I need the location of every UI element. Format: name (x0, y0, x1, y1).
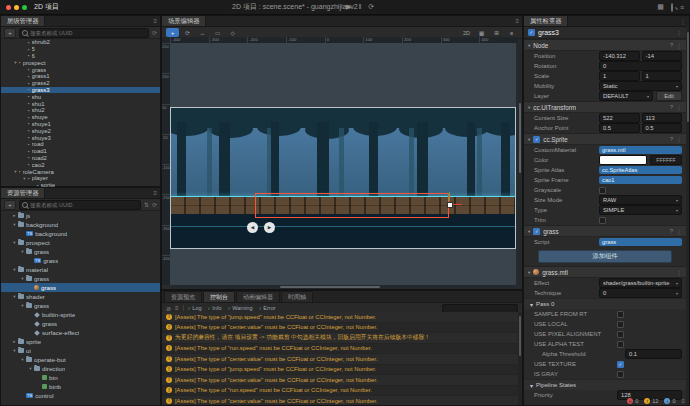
console-tab-时间轴[interactable]: 时间轴 (281, 291, 313, 302)
2d-3d-toggle[interactable]: 2D (460, 28, 473, 37)
collapse-arrow-icon[interactable]: ▾ (530, 382, 533, 389)
console-message[interactable]: ![Assets] The type of "center.value" mus… (162, 323, 518, 334)
layer-edit-button[interactable]: Edit (656, 91, 682, 101)
asset-item-background[interactable]: TSbackground (1, 229, 160, 238)
hierarchy-item-roleCamera[interactable]: ▾▪roleCamera (1, 168, 160, 175)
console-message[interactable]: !为更好的兼容性，请在 项目设置 -> 功能裁剪 中勾选相关模块，旧版启用开关将… (162, 333, 518, 344)
scrollbar-thumb[interactable] (519, 103, 521, 173)
rotation-field[interactable]: 0 (599, 61, 682, 71)
menu-icon[interactable]: ≡ (680, 4, 684, 11)
tab-hierarchy[interactable]: 层级管理器 (1, 16, 45, 26)
tab-scene[interactable]: 场景编辑器 (162, 16, 206, 26)
collapse-arrow-icon[interactable]: ▾ (528, 43, 530, 48)
scale-y-field[interactable]: 1 (642, 71, 683, 81)
hierarchy-item-shu2[interactable]: ▪shu2 (1, 107, 160, 114)
console-message[interactable]: ![Assets] The type of "run.speed" must b… (162, 344, 518, 355)
asset-item-grass[interactable]: ▾grass (1, 247, 160, 256)
rotate-tool-icon[interactable]: ⟳ (181, 28, 194, 37)
console-message[interactable]: ![Assets] The type of "center.value" mus… (162, 396, 518, 405)
scene-vertical-scrollbar[interactable] (518, 43, 522, 285)
console-filter-log[interactable]: ✓Log (188, 305, 202, 311)
sprite-atlas-ref[interactable]: cc.SpriteAtlas (599, 166, 682, 174)
script-enabled-checkbox[interactable]: ✓ (533, 228, 540, 235)
layout-grid-icon[interactable]: ▦ (657, 3, 664, 11)
content-size-w-field[interactable]: 522 (599, 113, 640, 123)
script-ref[interactable]: grass (599, 238, 682, 246)
expand-arrow-icon[interactable]: ▾ (21, 176, 28, 181)
color-hex-field[interactable]: FFFFFF (650, 155, 682, 165)
use-alpha-test-checkbox[interactable] (617, 341, 624, 348)
hierarchy-item-shuye3[interactable]: ▪shuye3 (1, 134, 160, 141)
asset-item-grass[interactable]: ▾grass (1, 301, 160, 310)
asset-item-grass[interactable]: ▾grass (1, 274, 160, 283)
hierarchy-item-shrub2[interactable]: ▪shrub2 (1, 39, 160, 46)
help-icon[interactable]: ? (670, 136, 673, 142)
expand-arrow-icon[interactable]: ▾ (19, 276, 26, 281)
technique-select[interactable]: 0▾ (599, 288, 682, 298)
console-message[interactable]: ![Assets] The type of "center.value" mus… (162, 375, 518, 386)
node-menu-icon[interactable]: ⋮ (676, 29, 682, 36)
console-tab-动画编辑器[interactable]: 动画编辑器 (236, 291, 280, 302)
view-menu-icon[interactable]: ≡ (505, 28, 518, 37)
asset-item-operate-but[interactable]: ▾operate-but (1, 355, 160, 364)
expand-arrow-icon[interactable]: ▾ (19, 357, 26, 362)
inspector-scrollbar[interactable] (686, 26, 689, 405)
sprite-frame-ref[interactable]: cao1 (599, 176, 682, 184)
expand-arrow-icon[interactable]: ▾ (11, 240, 18, 245)
help-icon[interactable]: ? (670, 104, 673, 110)
position-x-field[interactable]: -140.312 (599, 51, 640, 61)
color-swatch[interactable] (599, 155, 647, 165)
collapse-arrow-icon[interactable]: ▾ (528, 229, 530, 234)
is-gray-checkbox[interactable] (617, 371, 624, 378)
expand-arrow-icon[interactable]: ▾ (11, 267, 18, 272)
size-mode-select[interactable]: RAW▾ (599, 195, 682, 205)
asset-item-grass[interactable]: TSgrass (1, 256, 160, 265)
pass0-header[interactable]: ▾ Pass 0 (524, 298, 686, 309)
play-icon[interactable]: ▶ (346, 3, 351, 11)
window-minimize-button[interactable] (14, 5, 19, 10)
collapse-arrow-icon[interactable]: ▾ (528, 105, 530, 110)
console-scrollbar[interactable] (518, 312, 522, 405)
add-component-button[interactable]: 添加组件 (538, 250, 672, 263)
expand-arrow-icon[interactable]: ▾ (11, 294, 18, 299)
console-filter-info[interactable]: ✓Info (208, 305, 222, 311)
hierarchy-item-grass1[interactable]: ▪grass1 (1, 73, 160, 80)
status-menu-icon[interactable]: ≡ (681, 398, 685, 404)
anchor-y-field[interactable]: 0.5 (642, 123, 683, 133)
alpha-threshold-field[interactable]: 0.1 (625, 349, 682, 359)
type-select[interactable]: SIMPLE▾ (599, 205, 682, 215)
grayscale-checkbox[interactable] (599, 187, 606, 194)
hierarchy-item-5[interactable]: ▪5 (1, 46, 160, 53)
app-menu[interactable]: 2D 项目 (34, 2, 59, 12)
anchor-tool-icon[interactable]: ◇ (226, 28, 239, 37)
more-icon[interactable]: ⋮ (676, 136, 682, 143)
help-icon[interactable]: ? (670, 42, 673, 48)
hierarchy-item-grass2[interactable]: ▪grass2 (1, 80, 160, 87)
panel-menu-icon[interactable]: ≡ (515, 18, 519, 24)
selection-rect[interactable] (255, 193, 449, 218)
use-local-checkbox[interactable] (617, 321, 624, 328)
console-filter-error[interactable]: ✓Error (259, 305, 276, 311)
asset-item-control[interactable]: TScontrol (1, 391, 160, 400)
assets-search[interactable] (19, 200, 141, 210)
console-message[interactable]: ![Assets] The type of "jump.speed" must … (162, 365, 518, 376)
scale-x-field[interactable]: 1 (599, 71, 640, 81)
grid-toggle-icon[interactable]: ▦ (475, 28, 488, 37)
expand-arrow-icon[interactable]: ▾ (12, 169, 19, 174)
console-message[interactable]: ![Assets] The type of "run.speed" must b… (162, 386, 518, 397)
asset-item-btnb[interactable]: btnb (1, 382, 160, 391)
hierarchy-search[interactable] (19, 28, 149, 38)
hierarchy-item-prospect[interactable]: ▾▪prospect (1, 59, 160, 66)
gizmo-toggle-icon[interactable]: ⊞ (490, 28, 503, 37)
section-script[interactable]: ▾ ✓ grass ? ⋮ (524, 225, 686, 237)
node-active-checkbox[interactable]: ✓ (528, 29, 535, 36)
asset-item-background[interactable]: ▾background (1, 220, 160, 229)
create-asset-button[interactable]: + (4, 200, 16, 210)
gizmo-x-axis[interactable] (453, 204, 462, 205)
hierarchy-item-grass[interactable]: ▪grass (1, 66, 160, 73)
tab-assets[interactable]: 资源管理器 (1, 188, 45, 198)
asset-item-js[interactable]: ▸js (1, 211, 160, 220)
assets-search-input[interactable] (30, 202, 138, 208)
window-zoom-button[interactable] (22, 5, 27, 10)
search-icon[interactable] (671, 4, 673, 11)
